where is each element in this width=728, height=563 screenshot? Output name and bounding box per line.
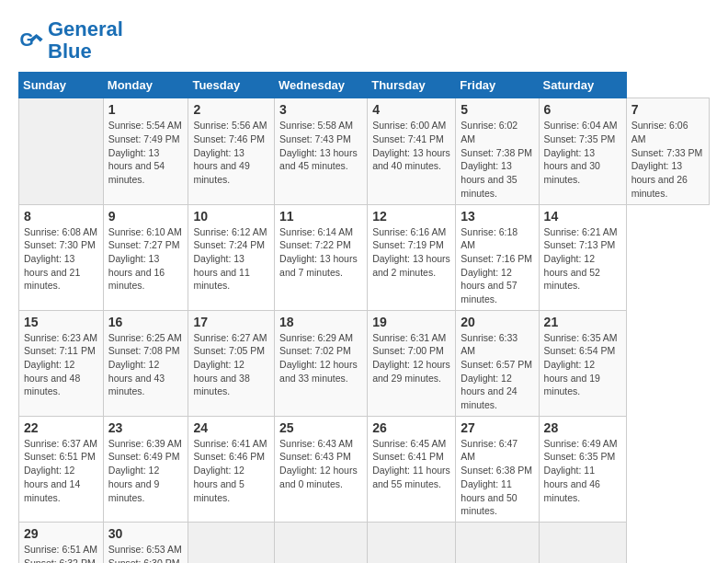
day-info: Sunrise: 6:37 AMSunset: 6:51 PMDaylight:… [24,437,98,504]
day-info: Sunrise: 6:08 AMSunset: 7:30 PMDaylight:… [24,225,98,293]
calendar-cell: 25Sunrise: 6:43 AMSunset: 6:43 PMDayligh… [275,416,368,522]
calendar-cell [368,522,456,563]
calendar-cell: 21Sunrise: 6:35 AMSunset: 6:54 PMDayligh… [539,310,626,416]
day-number: 30 [108,526,184,541]
day-number: 26 [372,420,450,435]
day-info: Sunrise: 6:41 AMSunset: 6:46 PMDaylight:… [193,437,269,504]
calendar-cell: 18Sunrise: 6:29 AMSunset: 7:02 PMDayligh… [275,310,368,416]
day-info: Sunrise: 6:18 AMSunset: 7:16 PMDaylight:… [461,225,533,306]
calendar-cell [188,522,275,563]
day-number: 14 [544,209,621,224]
day-number: 19 [372,315,450,329]
day-info: Sunrise: 6:00 AMSunset: 7:41 PMDaylight:… [372,119,450,173]
calendar-cell: 28Sunrise: 6:49 AMSunset: 6:35 PMDayligh… [539,416,626,522]
calendar-cell: 23Sunrise: 6:39 AMSunset: 6:49 PMDayligh… [103,416,188,522]
day-info: Sunrise: 6:39 AMSunset: 6:49 PMDaylight:… [108,437,184,504]
day-info: Sunrise: 6:47 AMSunset: 6:38 PMDaylight:… [461,437,533,518]
day-info: Sunrise: 6:35 AMSunset: 6:54 PMDaylight:… [544,331,621,398]
calendar-cell: 1Sunrise: 5:54 AMSunset: 7:49 PMDaylight… [103,98,188,204]
calendar-cell: 14Sunrise: 6:21 AMSunset: 7:13 PMDayligh… [539,204,626,310]
calendar-cell: 2Sunrise: 5:56 AMSunset: 7:46 PMDaylight… [188,98,275,204]
calendar-cell [456,522,539,563]
day-number: 16 [108,315,184,329]
logo-icon: G [18,28,44,53]
calendar-cell: 27Sunrise: 6:47 AMSunset: 6:38 PMDayligh… [456,416,539,522]
day-info: Sunrise: 6:14 AMSunset: 7:22 PMDaylight:… [279,225,362,280]
calendar-cell [539,522,626,563]
calendar-cell: 12Sunrise: 6:16 AMSunset: 7:19 PMDayligh… [368,204,456,310]
calendar-cell: 26Sunrise: 6:45 AMSunset: 6:41 PMDayligh… [368,416,456,522]
day-info: Sunrise: 6:23 AMSunset: 7:11 PMDaylight:… [24,331,98,398]
weekday-header: Saturday [539,73,626,98]
day-info: Sunrise: 6:27 AMSunset: 7:05 PMDaylight:… [193,331,269,398]
calendar-week-row: 29Sunrise: 6:51 AMSunset: 6:32 PMDayligh… [19,522,710,563]
calendar-cell: 13Sunrise: 6:18 AMSunset: 7:16 PMDayligh… [456,204,539,310]
day-info: Sunrise: 6:21 AMSunset: 7:13 PMDaylight:… [544,225,621,293]
weekday-header: Friday [456,73,539,98]
calendar-cell: 20Sunrise: 6:33 AMSunset: 6:57 PMDayligh… [456,310,539,416]
day-number: 9 [108,209,184,224]
logo: G GeneralBlue [18,18,123,63]
day-number: 6 [544,102,621,117]
calendar-cell: 8Sunrise: 6:08 AMSunset: 7:30 PMDaylight… [19,204,104,310]
day-number: 2 [193,102,269,117]
weekday-header: Sunday [19,73,104,98]
day-number: 28 [544,420,621,435]
day-number: 23 [108,420,184,435]
calendar-body: 1Sunrise: 5:54 AMSunset: 7:49 PMDaylight… [19,98,710,563]
calendar-week-row: 1Sunrise: 5:54 AMSunset: 7:49 PMDaylight… [19,98,710,204]
day-number: 22 [24,420,98,435]
day-info: Sunrise: 6:53 AMSunset: 6:30 PMDaylight:… [108,543,184,563]
day-info: Sunrise: 6:49 AMSunset: 6:35 PMDaylight:… [544,437,621,504]
calendar-cell: 24Sunrise: 6:41 AMSunset: 6:46 PMDayligh… [188,416,275,522]
weekday-header: Wednesday [275,73,368,98]
calendar-cell: 22Sunrise: 6:37 AMSunset: 6:51 PMDayligh… [19,416,104,522]
calendar-cell: 3Sunrise: 5:58 AMSunset: 7:43 PMDaylight… [275,98,368,204]
day-number: 10 [193,209,269,224]
day-info: Sunrise: 5:58 AMSunset: 7:43 PMDaylight:… [279,119,362,173]
calendar-cell: 6Sunrise: 6:04 AMSunset: 7:35 PMDaylight… [539,98,626,204]
day-info: Sunrise: 6:51 AMSunset: 6:32 PMDaylight:… [24,543,98,563]
calendar-cell: 10Sunrise: 6:12 AMSunset: 7:24 PMDayligh… [188,204,275,310]
calendar-header: SundayMondayTuesdayWednesdayThursdayFrid… [19,73,710,98]
day-info: Sunrise: 6:12 AMSunset: 7:24 PMDaylight:… [193,225,269,293]
day-info: Sunrise: 6:02 AMSunset: 7:38 PMDaylight:… [461,119,533,200]
day-number: 21 [544,315,621,329]
calendar-cell: 29Sunrise: 6:51 AMSunset: 6:32 PMDayligh… [19,522,104,563]
day-info: Sunrise: 6:43 AMSunset: 6:43 PMDaylight:… [279,437,362,491]
calendar-cell: 7Sunrise: 6:06 AMSunset: 7:33 PMDaylight… [626,98,709,204]
weekday-header: Thursday [368,73,456,98]
weekday-header: Monday [103,73,188,98]
calendar-cell: 15Sunrise: 6:23 AMSunset: 7:11 PMDayligh… [19,310,104,416]
day-info: Sunrise: 6:04 AMSunset: 7:35 PMDaylight:… [544,119,621,186]
calendar-week-row: 22Sunrise: 6:37 AMSunset: 6:51 PMDayligh… [19,416,710,522]
calendar-cell: 4Sunrise: 6:00 AMSunset: 7:41 PMDaylight… [368,98,456,204]
day-number: 1 [108,102,184,117]
day-number: 15 [24,315,98,329]
day-number: 25 [279,420,362,435]
day-number: 17 [193,315,269,329]
day-number: 11 [279,209,362,224]
day-info: Sunrise: 6:25 AMSunset: 7:08 PMDaylight:… [108,331,184,398]
day-info: Sunrise: 6:10 AMSunset: 7:27 PMDaylight:… [108,225,184,293]
day-number: 24 [193,420,269,435]
calendar-cell: 19Sunrise: 6:31 AMSunset: 7:00 PMDayligh… [368,310,456,416]
day-number: 7 [631,102,704,117]
calendar-cell: 30Sunrise: 6:53 AMSunset: 6:30 PMDayligh… [103,522,188,563]
logo-text: GeneralBlue [48,18,123,63]
calendar-cell: 5Sunrise: 6:02 AMSunset: 7:38 PMDaylight… [456,98,539,204]
day-info: Sunrise: 5:56 AMSunset: 7:46 PMDaylight:… [193,119,269,186]
day-number: 12 [372,209,450,224]
page-header: G GeneralBlue [18,18,710,63]
weekday-header: Tuesday [188,73,275,98]
day-number: 29 [24,526,98,541]
day-number: 13 [461,209,533,224]
calendar-cell [275,522,368,563]
day-number: 20 [461,315,533,329]
day-info: Sunrise: 6:33 AMSunset: 6:57 PMDaylight:… [461,331,533,412]
calendar-week-row: 15Sunrise: 6:23 AMSunset: 7:11 PMDayligh… [19,310,710,416]
day-number: 5 [461,102,533,117]
day-info: Sunrise: 6:31 AMSunset: 7:00 PMDaylight:… [372,331,450,385]
calendar-table: SundayMondayTuesdayWednesdayThursdayFrid… [18,72,710,563]
calendar-cell: 9Sunrise: 6:10 AMSunset: 7:27 PMDaylight… [103,204,188,310]
